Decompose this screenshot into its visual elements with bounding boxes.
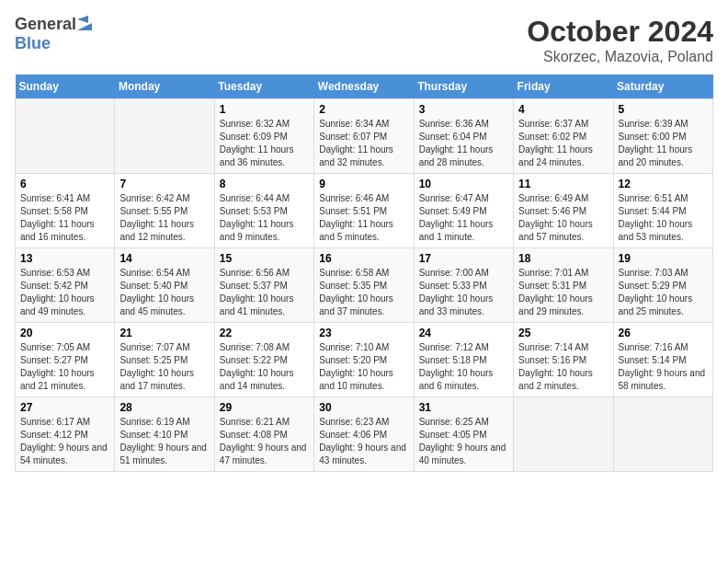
day-info: Sunrise: 6:44 AM Sunset: 5:53 PM Dayligh… — [220, 192, 309, 244]
calendar-cell: 22Sunrise: 7:08 AM Sunset: 5:22 PM Dayli… — [214, 323, 313, 397]
calendar-cell — [514, 397, 613, 472]
calendar-cell: 21Sunrise: 7:07 AM Sunset: 5:25 PM Dayli… — [115, 323, 214, 397]
day-info: Sunrise: 6:19 AM Sunset: 4:10 PM Dayligh… — [119, 416, 209, 467]
logo: General Blue — [15, 15, 92, 53]
calendar-cell: 6Sunrise: 6:41 AM Sunset: 5:58 PM Daylig… — [16, 174, 115, 248]
day-info: Sunrise: 7:08 AM Sunset: 5:22 PM Dayligh… — [220, 341, 309, 393]
day-number: 6 — [20, 178, 109, 190]
day-number: 19 — [619, 252, 708, 265]
title-area: October 2024 Skorzec, Mazovia, Poland — [527, 15, 713, 65]
day-number: 24 — [419, 327, 508, 339]
day-number: 15 — [220, 252, 309, 265]
calendar-week-row: 20Sunrise: 7:05 AM Sunset: 5:27 PM Dayli… — [16, 323, 713, 397]
calendar-cell: 24Sunrise: 7:12 AM Sunset: 5:18 PM Dayli… — [414, 323, 513, 397]
day-of-week-header: Monday — [115, 75, 214, 99]
calendar-week-row: 1Sunrise: 6:32 AM Sunset: 6:09 PM Daylig… — [16, 99, 713, 174]
day-info: Sunrise: 6:17 AM Sunset: 4:12 PM Dayligh… — [20, 416, 109, 467]
day-info: Sunrise: 6:37 AM Sunset: 6:02 PM Dayligh… — [518, 118, 608, 169]
day-info: Sunrise: 7:10 AM Sunset: 5:20 PM Dayligh… — [319, 341, 408, 393]
calendar-cell: 20Sunrise: 7:05 AM Sunset: 5:27 PM Dayli… — [16, 323, 115, 397]
day-info: Sunrise: 6:34 AM Sunset: 6:07 PM Dayligh… — [319, 118, 408, 169]
calendar-cell: 8Sunrise: 6:44 AM Sunset: 5:53 PM Daylig… — [214, 174, 313, 248]
calendar-cell: 31Sunrise: 6:25 AM Sunset: 4:05 PM Dayli… — [414, 397, 513, 472]
day-number: 26 — [619, 327, 708, 339]
day-number: 27 — [20, 401, 109, 414]
day-of-week-header: Friday — [514, 75, 613, 99]
calendar-cell: 3Sunrise: 6:36 AM Sunset: 6:04 PM Daylig… — [414, 99, 513, 174]
day-info: Sunrise: 6:23 AM Sunset: 4:06 PM Dayligh… — [319, 416, 408, 467]
day-number: 1 — [220, 103, 309, 116]
day-info: Sunrise: 6:49 AM Sunset: 5:46 PM Dayligh… — [518, 192, 608, 244]
calendar-cell: 4Sunrise: 6:37 AM Sunset: 6:02 PM Daylig… — [514, 99, 613, 174]
calendar-cell: 16Sunrise: 6:58 AM Sunset: 5:35 PM Dayli… — [314, 248, 414, 323]
day-number: 3 — [419, 103, 508, 116]
calendar-cell: 10Sunrise: 6:47 AM Sunset: 5:49 PM Dayli… — [414, 174, 513, 248]
calendar-cell: 28Sunrise: 6:19 AM Sunset: 4:10 PM Dayli… — [115, 397, 214, 472]
calendar-cell — [613, 397, 712, 472]
day-number: 10 — [419, 178, 508, 190]
calendar-cell: 9Sunrise: 6:46 AM Sunset: 5:51 PM Daylig… — [314, 174, 414, 248]
day-info: Sunrise: 6:46 AM Sunset: 5:51 PM Dayligh… — [319, 192, 408, 244]
day-info: Sunrise: 7:03 AM Sunset: 5:29 PM Dayligh… — [619, 267, 708, 318]
day-number: 25 — [518, 327, 608, 339]
calendar-cell: 29Sunrise: 6:21 AM Sunset: 4:08 PM Dayli… — [214, 397, 313, 472]
day-number: 31 — [419, 401, 508, 414]
day-number: 4 — [518, 103, 608, 116]
logo-general: General — [15, 15, 76, 34]
calendar-cell — [16, 99, 115, 174]
day-info: Sunrise: 6:51 AM Sunset: 5:44 PM Dayligh… — [619, 192, 708, 244]
day-of-week-header: Wednesday — [314, 75, 414, 99]
day-of-week-header: Thursday — [414, 75, 513, 99]
calendar-week-row: 13Sunrise: 6:53 AM Sunset: 5:42 PM Dayli… — [16, 248, 713, 323]
day-info: Sunrise: 6:32 AM Sunset: 6:09 PM Dayligh… — [220, 118, 309, 169]
svg-marker-0 — [77, 23, 92, 30]
day-number: 29 — [220, 401, 309, 414]
day-number: 20 — [20, 327, 109, 339]
calendar-cell: 12Sunrise: 6:51 AM Sunset: 5:44 PM Dayli… — [613, 174, 712, 248]
day-info: Sunrise: 7:14 AM Sunset: 5:16 PM Dayligh… — [518, 341, 608, 393]
day-info: Sunrise: 7:00 AM Sunset: 5:33 PM Dayligh… — [419, 267, 508, 318]
day-info: Sunrise: 6:56 AM Sunset: 5:37 PM Dayligh… — [220, 267, 309, 318]
day-number: 14 — [119, 252, 209, 265]
calendar-cell: 17Sunrise: 7:00 AM Sunset: 5:33 PM Dayli… — [414, 248, 513, 323]
calendar-cell: 2Sunrise: 6:34 AM Sunset: 6:07 PM Daylig… — [314, 99, 414, 174]
day-of-week-header: Tuesday — [214, 75, 313, 99]
day-of-week-header: Saturday — [613, 75, 712, 99]
calendar-cell: 26Sunrise: 7:16 AM Sunset: 5:14 PM Dayli… — [613, 323, 712, 397]
day-info: Sunrise: 7:01 AM Sunset: 5:31 PM Dayligh… — [518, 267, 608, 318]
day-number: 5 — [619, 103, 708, 116]
calendar-cell: 1Sunrise: 6:32 AM Sunset: 6:09 PM Daylig… — [214, 99, 313, 174]
day-info: Sunrise: 6:54 AM Sunset: 5:40 PM Dayligh… — [119, 267, 209, 318]
header: General Blue October 2024 Skorzec, Mazov… — [15, 15, 713, 65]
day-number: 2 — [319, 103, 408, 116]
logo-triangle-icon — [77, 16, 92, 30]
day-number: 18 — [518, 252, 608, 265]
day-info: Sunrise: 6:39 AM Sunset: 6:00 PM Dayligh… — [619, 118, 708, 169]
day-number: 16 — [319, 252, 408, 265]
day-of-week-header: Sunday — [16, 75, 115, 99]
calendar-week-row: 6Sunrise: 6:41 AM Sunset: 5:58 PM Daylig… — [16, 174, 713, 248]
calendar-cell: 30Sunrise: 6:23 AM Sunset: 4:06 PM Dayli… — [314, 397, 414, 472]
day-number: 7 — [119, 178, 209, 190]
day-number: 13 — [20, 252, 109, 265]
logo-blue: Blue — [15, 34, 51, 52]
day-info: Sunrise: 6:47 AM Sunset: 5:49 PM Dayligh… — [419, 192, 508, 244]
day-number: 12 — [619, 178, 708, 190]
calendar-cell — [115, 99, 214, 174]
day-number: 28 — [119, 401, 209, 414]
day-info: Sunrise: 6:36 AM Sunset: 6:04 PM Dayligh… — [419, 118, 508, 169]
calendar-week-row: 27Sunrise: 6:17 AM Sunset: 4:12 PM Dayli… — [16, 397, 713, 472]
day-info: Sunrise: 7:07 AM Sunset: 5:25 PM Dayligh… — [119, 341, 209, 393]
calendar-table: SundayMondayTuesdayWednesdayThursdayFrid… — [15, 75, 713, 472]
day-number: 23 — [319, 327, 408, 339]
calendar-cell: 7Sunrise: 6:42 AM Sunset: 5:55 PM Daylig… — [115, 174, 214, 248]
day-number: 8 — [220, 178, 309, 190]
calendar-cell: 23Sunrise: 7:10 AM Sunset: 5:20 PM Dayli… — [314, 323, 414, 397]
calendar-header-row: SundayMondayTuesdayWednesdayThursdayFrid… — [16, 75, 713, 99]
day-number: 21 — [119, 327, 209, 339]
calendar-cell: 15Sunrise: 6:56 AM Sunset: 5:37 PM Dayli… — [214, 248, 313, 323]
day-number: 30 — [319, 401, 408, 414]
calendar-cell: 5Sunrise: 6:39 AM Sunset: 6:00 PM Daylig… — [613, 99, 712, 174]
day-info: Sunrise: 7:16 AM Sunset: 5:14 PM Dayligh… — [619, 341, 708, 393]
day-number: 17 — [419, 252, 508, 265]
